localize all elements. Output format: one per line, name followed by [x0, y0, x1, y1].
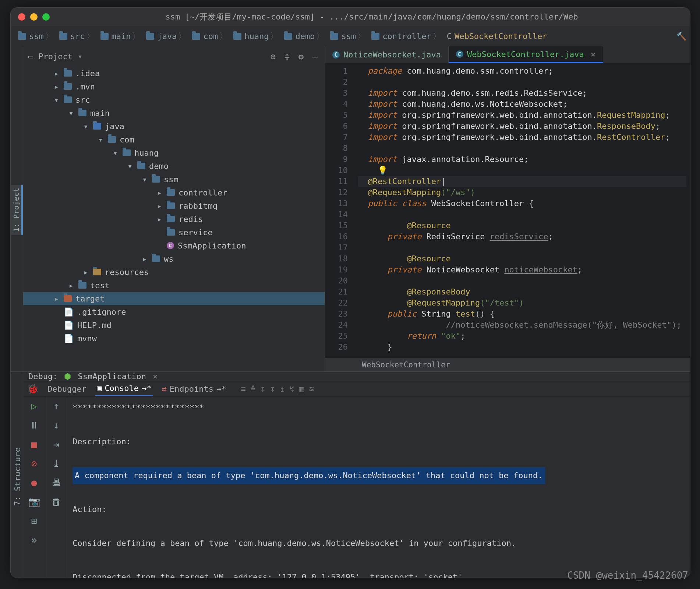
debug-main: Debug: ⬢ SsmApplication × 🐞 Debugger ▣Co…	[23, 372, 690, 578]
left-toolstrip-bottom: 7: Structure 🌐 Web ★ 2: Favorites	[11, 372, 23, 578]
layout-icon[interactable]: ⊞	[28, 515, 40, 527]
folder-icon	[152, 176, 160, 183]
tab-endpoints[interactable]: ⇄Endpoints →*	[160, 382, 227, 396]
crumb-class[interactable]: C WebSocketController	[443, 32, 551, 41]
tree-service[interactable]: service	[23, 226, 325, 239]
project-header-label[interactable]: Project	[38, 52, 73, 61]
crumb-controller[interactable]: controller 〉	[368, 31, 443, 42]
resume-icon[interactable]: ▷	[28, 400, 40, 412]
bp-icon[interactable]: ●	[28, 477, 40, 489]
build-icon[interactable]: 🔨	[676, 32, 686, 41]
close-debug-icon[interactable]: ×	[153, 372, 158, 381]
titlebar: ssm [~/开发项目/my-mac-code/ssm] - .../src/m…	[11, 8, 690, 26]
tree-main[interactable]: ▾main	[23, 106, 325, 120]
tree-rabbitmq[interactable]: ▸rabbitmq	[23, 199, 325, 212]
folder-icon	[93, 123, 101, 130]
crumb-com[interactable]: com 〉	[188, 31, 230, 42]
folder-icon	[93, 269, 101, 275]
tree-controller[interactable]: ▸controller	[23, 186, 325, 199]
settings-icon[interactable]: ⚙	[297, 52, 305, 61]
tree-resources[interactable]: ▸resources	[23, 265, 325, 279]
tree-src[interactable]: ▾src	[23, 93, 325, 106]
tree-mvnw[interactable]: 📄mvnw	[23, 332, 325, 345]
stop-icon[interactable]: ■	[28, 438, 40, 450]
folder-icon	[59, 33, 67, 40]
tree-ssmapp[interactable]: CSsmApplication	[23, 239, 325, 252]
close-tab-icon[interactable]: ×	[591, 50, 595, 59]
tree-huang[interactable]: ▾huang	[23, 146, 325, 159]
folder-icon	[167, 229, 175, 236]
debug-app-name[interactable]: SsmApplication	[78, 372, 146, 381]
pause-icon[interactable]: ⏸	[28, 419, 40, 431]
debug-panel: 7: Structure 🌐 Web ★ 2: Favorites Debug:…	[11, 371, 690, 578]
class-icon: C	[332, 51, 340, 59]
mute-bp-icon[interactable]: ⊘	[28, 458, 40, 469]
tab-noticewebsocket[interactable]: CNoticeWebsocket.java	[325, 46, 449, 63]
dropdown-icon[interactable]: ▾	[78, 52, 82, 61]
tab-websocketcontroller[interactable]: CWebSocketController.java×	[449, 46, 603, 63]
crumb-ssm[interactable]: ssm 〉	[14, 31, 56, 42]
wrap-icon[interactable]: ⇥	[50, 438, 62, 450]
crumb-java[interactable]: java 〉	[142, 31, 188, 42]
tree-java[interactable]: ▾java	[23, 120, 325, 133]
breadcrumb: ssm 〉 src 〉 main 〉 java 〉 com 〉 huang 〉 …	[11, 26, 690, 46]
crumb-demo[interactable]: demo 〉	[280, 31, 326, 42]
console-controls: ↑ ↓ ⇥ ⤓ 🖶 🗑	[45, 396, 67, 578]
endpoints-icon: ⇄	[162, 384, 166, 394]
folder-icon	[64, 70, 72, 77]
tab-debugger[interactable]: Debugger	[46, 382, 88, 396]
tree-help[interactable]: 📄HELP.md	[23, 318, 325, 332]
tree-ws[interactable]: ▸ws	[23, 252, 325, 265]
tool-structure[interactable]: 7: Structure	[12, 445, 23, 508]
folder-icon	[284, 33, 292, 40]
project-tree[interactable]: ▸.idea ▸.mvn ▾src ▾main ▾java ▾com ▾huan…	[23, 67, 325, 371]
crumb-huang[interactable]: huang 〉	[230, 31, 280, 42]
folder-icon	[371, 33, 379, 40]
rerun-icon[interactable]: 🐞	[27, 383, 39, 394]
tree-redis[interactable]: ▸redis	[23, 212, 325, 226]
tab-console[interactable]: ▣Console →*	[95, 381, 153, 396]
tree-ssm[interactable]: ▾ssm	[23, 173, 325, 186]
more-icon[interactable]: »	[28, 534, 40, 546]
expand-icon[interactable]: ≑	[283, 52, 291, 61]
editor-statusbar: WebSocketController	[325, 358, 690, 371]
tree-gitignore[interactable]: 📄.gitignore	[23, 305, 325, 318]
debug-title: Debug: ⬢ SsmApplication ×	[23, 372, 690, 381]
class-icon: C	[456, 50, 463, 58]
print-icon[interactable]: 🖶	[50, 477, 62, 489]
debug-run-controls: ▷ ⏸ ■ ⊘ ● 📷 ⊞ »	[23, 396, 45, 578]
tree-demo[interactable]: ▾demo	[23, 159, 325, 173]
tree-mvn[interactable]: ▸.mvn	[23, 80, 325, 93]
close-button[interactable]	[18, 13, 25, 21]
project-view-icon[interactable]: ▭	[28, 52, 33, 61]
crumb-src[interactable]: src 〉	[56, 31, 97, 42]
tree-com[interactable]: ▾com	[23, 133, 325, 146]
window-controls	[18, 13, 50, 21]
project-panel: ▭ Project ▾ ⊕ ≑ ⚙ — ▸.idea ▸.mvn ▾src ▾m…	[23, 46, 325, 371]
crumb-main[interactable]: main 〉	[97, 31, 143, 42]
folder-icon	[123, 149, 131, 156]
debug-tabs: 🐞 Debugger ▣Console →* ⇄Endpoints →* ≡ ≙…	[23, 381, 690, 396]
down-icon[interactable]: ↓	[50, 419, 62, 431]
code-area[interactable]: 1234567891011121314151617181920212223242…	[325, 63, 690, 358]
tree-idea[interactable]: ▸.idea	[23, 67, 325, 80]
tree-target[interactable]: ▸target	[23, 292, 325, 305]
up-icon[interactable]: ↑	[50, 400, 62, 412]
tool-project[interactable]: 1: Project	[11, 185, 23, 235]
console-output[interactable]: *************************** Description:…	[67, 396, 690, 578]
crumb-ssm2[interactable]: ssm 〉	[326, 31, 368, 42]
hide-icon[interactable]: —	[311, 52, 319, 61]
folder-icon	[146, 33, 154, 40]
maximize-button[interactable]	[42, 13, 50, 21]
folder-icon	[78, 110, 86, 116]
code-text[interactable]: package package com.huang.demo.ssm.contr…	[354, 63, 690, 358]
tree-test[interactable]: ▸test	[23, 279, 325, 292]
editor-tabs: CNoticeWebsocket.java CWebSocketControll…	[325, 46, 690, 63]
scroll-icon[interactable]: ⤓	[50, 458, 62, 469]
select-open-icon[interactable]: ⊕	[269, 52, 277, 61]
trash-icon[interactable]: 🗑	[50, 496, 62, 508]
class-icon: C	[447, 32, 452, 41]
left-toolstrip: 1: Project	[11, 46, 23, 371]
camera-icon[interactable]: 📷	[28, 496, 40, 508]
minimize-button[interactable]	[30, 13, 38, 21]
